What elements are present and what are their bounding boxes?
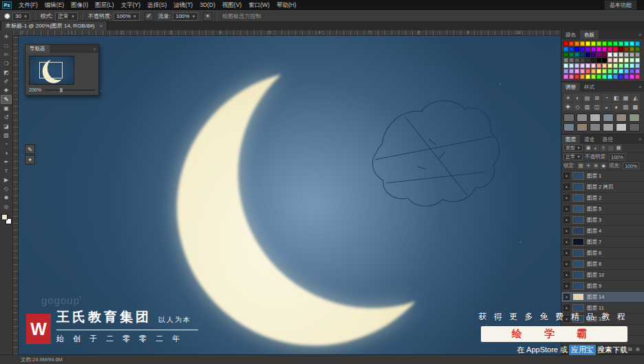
foreground-color-chip[interactable] <box>1 214 8 220</box>
clone-source-icon[interactable]: ✦ <box>25 155 35 164</box>
swatch-50[interactable] <box>608 58 612 63</box>
swatch-62[interactable] <box>597 63 601 68</box>
swatch-78[interactable] <box>608 69 612 74</box>
swatch-31[interactable] <box>580 52 585 57</box>
vertical-ruler[interactable] <box>13 36 19 354</box>
swatch-94[interactable] <box>619 74 623 79</box>
tab-paths[interactable]: 路径 <box>599 135 617 144</box>
swatch-49[interactable] <box>602 58 607 63</box>
swatch-39[interactable] <box>624 52 629 57</box>
tab-styles[interactable]: 样式 <box>580 83 599 92</box>
swatch-45[interactable] <box>580 58 585 63</box>
path-select-tool[interactable]: ▶ <box>1 175 12 184</box>
layer-visibility-toggle[interactable]: ● <box>564 261 570 267</box>
layer-visibility-toggle[interactable]: ● <box>564 272 570 278</box>
gradient-tool[interactable]: ▧ <box>1 131 12 140</box>
style-thumb-2[interactable] <box>590 114 601 122</box>
style-thumb-4[interactable] <box>616 114 627 122</box>
swatch-61[interactable] <box>591 63 596 68</box>
layer-row-6[interactable]: ●图层 7 <box>561 237 644 248</box>
swatch-81[interactable] <box>624 69 629 74</box>
swatch-64[interactable] <box>608 63 612 68</box>
tab-channels[interactable]: 通道 <box>580 135 599 144</box>
swatch-17[interactable] <box>580 47 585 52</box>
menu-item-0[interactable]: 文件(F) <box>15 1 41 10</box>
menu-item-6[interactable]: 滤镜(T) <box>170 1 196 10</box>
swatch-92[interactable] <box>608 74 612 79</box>
layers-opacity-value[interactable]: 100% <box>609 153 625 160</box>
layers-foot-icon-5[interactable]: ⊞ <box>627 346 632 352</box>
layer-row-10[interactable]: ●图层 9 <box>561 281 644 292</box>
layer-row-11[interactable]: ●图层 14 <box>561 292 644 303</box>
layer-visibility-toggle[interactable]: ● <box>564 217 570 223</box>
swatch-36[interactable] <box>608 52 612 57</box>
swatch-48[interactable] <box>597 58 601 63</box>
adjustment-icon-14[interactable]: ▧ <box>621 103 630 111</box>
swatch-43[interactable] <box>569 58 574 63</box>
swatch-19[interactable] <box>591 47 596 52</box>
hand-tool[interactable]: ✱ <box>1 193 12 202</box>
menu-item-2[interactable]: 图像(I) <box>67 1 92 10</box>
layers-foot-icon-6[interactable]: ⊗ <box>636 346 640 352</box>
layer-row-7[interactable]: ●图层 6 <box>561 248 644 259</box>
navigator-zoom-slider[interactable] <box>45 89 95 91</box>
swatch-40[interactable] <box>630 52 634 57</box>
adjustment-icon-0[interactable]: ☀ <box>564 94 572 102</box>
flow-select[interactable]: 100%▼ <box>173 12 198 21</box>
tab-adjustments[interactable]: 调整 <box>561 83 580 92</box>
swatch-25[interactable] <box>624 47 629 52</box>
swatch-3[interactable] <box>580 41 585 46</box>
layer-row-0[interactable]: ●图层 1 <box>561 171 644 182</box>
adjustment-icon-1[interactable]: ◐ <box>573 94 582 102</box>
swatch-97[interactable] <box>635 74 640 79</box>
swatch-73[interactable] <box>580 69 585 74</box>
quick-select-tool[interactable]: ❍ <box>1 59 12 68</box>
layer-visibility-toggle[interactable]: ● <box>564 294 570 300</box>
close-icon[interactable]: × <box>100 23 103 29</box>
menu-item-8[interactable]: 视图(V) <box>219 1 245 10</box>
layer-visibility-toggle[interactable]: ● <box>564 184 570 190</box>
swatch-69[interactable] <box>635 63 640 68</box>
layer-row-4[interactable]: ●图层 3 <box>561 215 644 226</box>
brush-panel-icon[interactable]: ✎ <box>25 144 35 154</box>
swatch-65[interactable] <box>613 63 618 68</box>
adjustment-icon-5[interactable]: ◧ <box>612 94 621 102</box>
pen-tool[interactable]: ✒ <box>1 158 12 167</box>
swatch-90[interactable] <box>597 74 601 79</box>
navigator-view-box[interactable] <box>39 62 63 78</box>
swatch-75[interactable] <box>591 69 596 74</box>
layer-visibility-toggle[interactable]: ● <box>564 305 570 311</box>
lasso-tool[interactable]: ✄ <box>1 50 12 59</box>
swatch-14[interactable] <box>564 47 568 52</box>
navigator-thumbnail[interactable] <box>29 56 74 85</box>
adjustment-icon-4[interactable]: ◔ <box>602 94 611 102</box>
eyedropper-tool[interactable]: ✐ <box>1 77 12 86</box>
swatch-76[interactable] <box>597 69 601 74</box>
swatch-23[interactable] <box>613 47 618 52</box>
swatch-71[interactable] <box>569 69 574 74</box>
healing-brush-tool[interactable]: ✚ <box>1 86 12 95</box>
swatch-12[interactable] <box>630 41 634 46</box>
blur-tool[interactable]: ◔ <box>1 140 12 149</box>
layer-visibility-toggle[interactable]: ● <box>564 283 570 289</box>
swatch-8[interactable] <box>608 41 612 46</box>
layer-filter-icon-2[interactable]: T <box>600 144 607 151</box>
dodge-tool[interactable]: ◑ <box>1 149 12 158</box>
adjustment-icon-3[interactable]: ⊞ <box>592 94 601 102</box>
airbrush-icon[interactable]: ✴ <box>203 12 212 21</box>
horizontal-ruler[interactable]: 012345678910 <box>13 30 561 36</box>
fill-value[interactable]: 100% <box>623 162 639 169</box>
swatch-41[interactable] <box>635 52 640 57</box>
layer-filter-icon-0[interactable]: ▣ <box>585 144 592 151</box>
swatch-9[interactable] <box>613 41 618 46</box>
swatch-77[interactable] <box>602 69 607 74</box>
swatch-35[interactable] <box>602 52 607 57</box>
style-thumb-8[interactable] <box>590 123 601 131</box>
swatch-21[interactable] <box>602 47 607 52</box>
clone-stamp-tool[interactable]: ▣ <box>1 104 12 113</box>
swatch-32[interactable] <box>586 52 590 57</box>
swatch-33[interactable] <box>591 52 596 57</box>
adjustment-icon-2[interactable]: ▤ <box>583 94 592 102</box>
style-thumb-6[interactable] <box>564 123 575 131</box>
swatch-10[interactable] <box>619 41 623 46</box>
